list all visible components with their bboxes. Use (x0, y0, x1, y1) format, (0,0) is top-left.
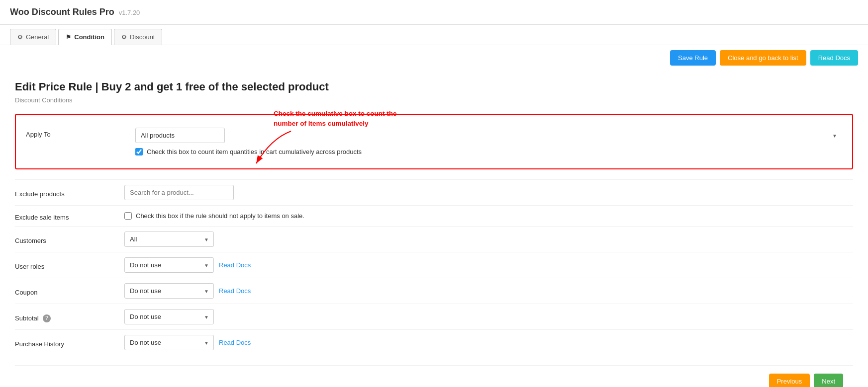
user-roles-select[interactable]: Do not use Administrator Customer Subscr… (124, 257, 214, 273)
read-docs-button[interactable]: Read Docs (810, 50, 858, 66)
exclude-sale-checkbox-row: Check this box if the rule should not ap… (124, 212, 304, 220)
app-title: Woo Discount Rules Pro v1.7.20 (10, 7, 140, 17)
page-title: Edit Price Rule | Buy 2 and get 1 free o… (15, 80, 853, 93)
user-roles-controls: Do not use Administrator Customer Subscr… (124, 257, 853, 273)
exclude-sale-items-label: Exclude sale items (15, 211, 124, 221)
customers-controls: All Logged in Guest ▼ (124, 232, 853, 247)
tab-discount-label: Discount (130, 33, 155, 41)
cumulative-checkbox-row: Check this box to count item quantities … (135, 148, 842, 155)
next-button[interactable]: Next (814, 374, 843, 387)
exclude-products-row: Exclude products (15, 179, 853, 205)
top-bar: Woo Discount Rules Pro v1.7.20 (0, 0, 868, 25)
coupon-read-docs[interactable]: Read Docs (219, 287, 251, 295)
customers-row: Customers All Logged in Guest ▼ (15, 226, 853, 252)
customers-select[interactable]: All Logged in Guest (124, 232, 214, 247)
subtotal-select[interactable]: Do not use (124, 309, 214, 324)
customers-select-wrap: All Logged in Guest ▼ (124, 232, 214, 247)
user-roles-label: User roles (15, 260, 124, 270)
annotation-arrow (251, 129, 311, 168)
purchase-history-row: Purchase History Do not use ▼ Read Docs (15, 329, 853, 355)
gear-icon: ⚙ (17, 34, 23, 41)
exclude-sale-items-controls: Check this box if the rule should not ap… (124, 212, 853, 220)
coupon-row: Coupon Do not use ▼ Read Docs (15, 278, 853, 304)
tab-general[interactable]: ⚙ General (10, 29, 56, 45)
customers-label: Customers (15, 234, 124, 244)
user-roles-row: User roles Do not use Administrator Cust… (15, 252, 853, 278)
purchase-history-select[interactable]: Do not use (124, 335, 214, 350)
subtotal-controls: Do not use ▼ (124, 309, 853, 324)
exclude-sale-items-row: Exclude sale items Check this box if the… (15, 205, 853, 226)
tab-general-label: General (26, 33, 49, 41)
apply-to-select-arrow: ▼ (832, 133, 837, 138)
action-row: Save Rule Close and go back to list Read… (0, 45, 868, 71)
condition-icon: ⚑ (66, 34, 71, 41)
apply-to-section: Apply To All products Specific products … (15, 114, 853, 169)
apply-to-label: Apply To (26, 128, 135, 138)
exclude-sale-checkbox[interactable] (124, 212, 132, 220)
close-back-button[interactable]: Close and go back to list (720, 50, 806, 66)
app-version: v1.7.20 (119, 9, 140, 16)
coupon-label: Coupon (15, 286, 124, 296)
cumulative-checkbox[interactable] (135, 148, 143, 155)
subtotal-select-wrap: Do not use ▼ (124, 309, 214, 324)
subtotal-help-icon[interactable]: ? (43, 314, 51, 322)
apply-to-select[interactable]: All products Specific products Product c… (135, 128, 225, 143)
purchase-history-select-wrap: Do not use ▼ (124, 335, 214, 350)
coupon-select-wrap: Do not use ▼ (124, 283, 214, 299)
subtotal-label: Subtotal ? (15, 311, 124, 322)
apply-to-row: Apply To All products Specific products … (26, 123, 842, 160)
coupon-select[interactable]: Do not use (124, 283, 214, 299)
main-content: Edit Price Rule | Buy 2 and get 1 free o… (0, 71, 868, 387)
user-roles-select-wrap: Do not use Administrator Customer Subscr… (124, 257, 214, 273)
exclude-sale-checkbox-label: Check this box if the rule should not ap… (136, 212, 304, 220)
purchase-history-controls: Do not use ▼ Read Docs (124, 335, 853, 350)
page-wrapper: Woo Discount Rules Pro v1.7.20 ⚙ General… (0, 0, 868, 387)
exclude-products-label: Exclude products (15, 187, 124, 198)
save-rule-button[interactable]: Save Rule (670, 50, 716, 66)
coupon-controls: Do not use ▼ Read Docs (124, 283, 853, 299)
subtotal-row: Subtotal ? Do not use ▼ (15, 304, 853, 329)
section-label: Discount Conditions (15, 96, 853, 104)
apply-to-select-wrap: All products Specific products Product c… (135, 128, 842, 143)
purchase-history-label: Purchase History (15, 337, 124, 348)
purchase-history-read-docs[interactable]: Read Docs (219, 339, 251, 346)
tabs-bar: ⚙ General ⚑ Condition ⚙ Discount (0, 25, 868, 45)
bottom-nav: Previous Next (15, 365, 853, 387)
tab-condition[interactable]: ⚑ Condition (58, 29, 112, 45)
apply-to-controls: All products Specific products Product c… (135, 128, 842, 155)
exclude-products-controls (124, 185, 853, 200)
annotation-text: Check the cumulative box to count the nu… (274, 109, 408, 129)
tab-discount[interactable]: ⚙ Discount (114, 29, 163, 45)
discount-icon: ⚙ (121, 34, 127, 41)
tab-condition-label: Condition (74, 33, 104, 41)
exclude-products-input[interactable] (124, 185, 234, 200)
user-roles-read-docs[interactable]: Read Docs (219, 261, 251, 269)
previous-button[interactable]: Previous (769, 374, 810, 387)
